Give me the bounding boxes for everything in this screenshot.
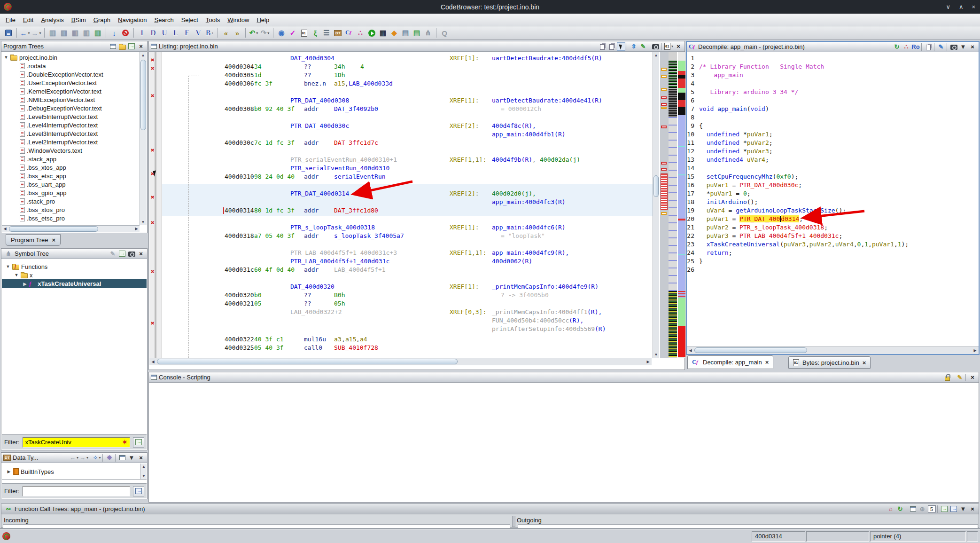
tree-item--level3interruptvector-text[interactable]: .Level3InterruptVector.text [4,129,140,138]
listing-line[interactable]: app_main:400d4fb1(R) [149,130,652,139]
register-view-icon[interactable]: ▥ [59,27,69,39]
home-icon[interactable]: ⌂ [887,505,895,513]
tree-item--doubleexceptionvector-text[interactable]: .DoubleExceptionVector.text [4,70,140,79]
scroll-left-icon[interactable]: ◀ [2,226,8,232]
disassemble-icon[interactable]: ↓ [109,27,119,39]
edit-icon[interactable]: ✎ [956,373,964,382]
tree-item--bss-xtos-pro[interactable]: .bss_xtos_pro [4,205,140,214]
listing-line[interactable]: 400d031c60 4f 0d 40addrLAB_400d4f5f+1 [149,266,652,274]
defined-strings-icon[interactable]: ▤ [400,27,411,39]
tree-item--bss-uart-app[interactable]: .bss_uart_app [4,180,140,189]
depth-spinner[interactable]: 5 [927,505,936,513]
decompile-line[interactable]: 7void app_main(void) [687,105,979,113]
menu-search[interactable]: Search [150,15,177,25]
tree-item-root[interactable]: ▼project.ino.bin [4,53,140,62]
listing-view[interactable]: ✖✖✖✖✖✖✖✖✖ DAT_400d0304XREF[1]:uartDetect… [149,52,685,358]
decompile-line[interactable]: 11 undefined *puVar2; [687,139,979,147]
outgoing-tree[interactable] [518,524,978,528]
decompile-line[interactable]: 14 [687,164,979,173]
paste-icon[interactable] [607,42,616,51]
lock-icon[interactable] [943,373,951,382]
scroll-down-icon[interactable]: ▼ [141,473,147,479]
filter-options-button[interactable] [133,437,144,448]
decompile-line[interactable]: 4 [687,79,979,88]
error-bookmark-icon[interactable]: ✖ [151,147,155,154]
decompiler-view[interactable]: 12/* Library Function - Single Match3 ap… [687,52,979,346]
collapse-icon[interactable]: ▼ [14,273,19,277]
listing-line[interactable]: PTR_LAB_400d4f5f+1_400d031c+3XREF[1,1]:a… [149,249,652,257]
listing-line[interactable]: 400d0308b0 92 40 3faddrDAT_3f4092b0= 000… [149,105,652,113]
decompile-line[interactable]: 15 setCpuFrequencyMhz(0xf0); [687,173,979,181]
filter-window-icon[interactable] [909,505,917,513]
close-icon[interactable]: × [968,373,977,382]
defined-data-icon[interactable]: ☰ [321,27,332,39]
decompiler-icon[interactable] [344,27,354,39]
symbol-table-icon[interactable]: ▤ [412,27,422,39]
tree-item-namespace-x[interactable]: ▼ x [2,271,147,279]
instruction-icon[interactable]: I [137,27,147,39]
listing-line[interactable]: PTR_DAT_400d030cXREF[2]:400d4f8c(R), [149,122,652,130]
tab-bytes[interactable]: Bytes: project.ino.bin × [788,356,871,369]
tree-item--windowvectors-text[interactable]: .WindowVectors.text [4,146,140,155]
data-types-scrollbar[interactable]: ▲ ▼ [140,464,147,479]
tree-item--bss-xtos-app[interactable]: .bss_xtos_app [4,163,140,172]
menu-file[interactable]: File [2,15,19,25]
menu-edit[interactable]: Edit [19,15,37,25]
decompile-line[interactable]: 3 app_main [687,71,979,79]
run-script-icon[interactable] [366,27,377,39]
tree-item--nmiexceptionvector-text[interactable]: .NMIExceptionVector.text [4,95,140,104]
snapshot-icon[interactable] [127,250,136,258]
decompile-line[interactable]: 10 undefined *puVar1; [687,130,979,139]
bytes-viewer-icon[interactable] [299,27,309,39]
tree-item--kernelexceptionvector-text[interactable]: .KernelExceptionVector.text [4,87,140,95]
preview-window-icon[interactable] [118,454,126,462]
program-tree-hscrollbar[interactable]: ◀ ▶ [2,225,140,232]
listing-line[interactable]: PTR_serialEventRun_400d0310 [149,164,652,173]
menu-analysis[interactable]: Analysis [37,15,67,25]
decompile-line[interactable]: 21 puVar2 = PTR_s_loopTask_400d0318; [687,223,979,232]
listing-line[interactable]: 400d032240 3f c1mul16ua3,a15,a4 [149,335,652,344]
refres h-icon[interactable]: ↻ [896,505,904,513]
close-tab-icon[interactable]: × [765,359,769,366]
tree-item--level5interruptvector-text[interactable]: .Level5InterruptVector.text [4,112,140,121]
function-graph-icon[interactable]: ∴ [355,27,366,39]
listing-line[interactable]: 400d03051d??1Dh [149,71,652,79]
back-icon[interactable]: ←▾ [70,454,78,462]
listing-line[interactable]: PTR_LAB_400d4f5f+1_400d031c400d0062(R) [149,257,652,266]
decompile-hscrollbar[interactable]: ◀ ▶ [687,346,979,354]
tree-item-xtaskcreateuniversal[interactable]: ▶ f xTaskCreateUniversal [2,279,147,288]
define-data-icon[interactable]: D [148,27,158,39]
snapshot-icon[interactable] [652,42,660,51]
listing-line[interactable]: 400d032105??05h [149,299,652,308]
maximize-button[interactable]: ∧ [959,3,964,10]
listing-line[interactable]: printAfterSetupInfo:400d5569(R) [149,325,652,333]
decompile-line[interactable]: 24 return; [687,249,979,257]
dropdown-icon[interactable]: ▼ [959,505,967,513]
symbol-filter-input[interactable] [23,437,131,448]
listing-line[interactable]: 400d030434??34h4 [149,63,652,71]
forward-icon[interactable]: →▾ [79,454,88,462]
unify-icon[interactable]: ⊕ [918,505,926,513]
decompile-line[interactable]: 18 initArduino(); [687,198,979,206]
refresh-icon[interactable]: ↻ [893,43,901,51]
decompile-line[interactable]: 22 puVar3 = PTR_LAB_400d4f5f+1_400d031c; [687,232,979,240]
next-highlight-icon[interactable]: » [232,27,242,39]
decompile-line[interactable]: 12 undefined *puVar3; [687,147,979,156]
listing-line[interactable]: DAT_400d0304XREF[1]:uartDetectBaudrate:4… [149,54,652,63]
close-icon[interactable]: × [137,42,145,51]
close-icon[interactable]: × [968,505,977,513]
close-icon[interactable]: × [674,42,683,51]
decompile-line[interactable]: 16 puVar1 = PTR_DAT_400d030c; [687,181,979,189]
gear-icon[interactable]: ❋ [105,454,114,462]
decompile-line[interactable]: 20 puVar1 = PTR_DAT_400d0314; [687,215,979,223]
snapshot-icon[interactable] [949,43,958,51]
tree-item--userexceptionvector-text[interactable]: .UserExceptionVector.text [4,79,140,87]
dropdown-icon[interactable]: ▼ [959,43,967,51]
incoming-tree[interactable] [3,524,510,528]
program-tree-vscrollbar[interactable]: ▲ ▼ [140,52,147,225]
menu-help[interactable]: Help [253,15,273,25]
graph-icon[interactable]: ∴ [902,43,910,51]
data-types-header[interactable]: Data Ty... ←▾→▾⁘▾❋▼× [1,453,147,463]
clear-filter-icon[interactable]: ✶ [122,439,127,446]
scroll-left-icon[interactable]: ◀ [687,347,693,354]
